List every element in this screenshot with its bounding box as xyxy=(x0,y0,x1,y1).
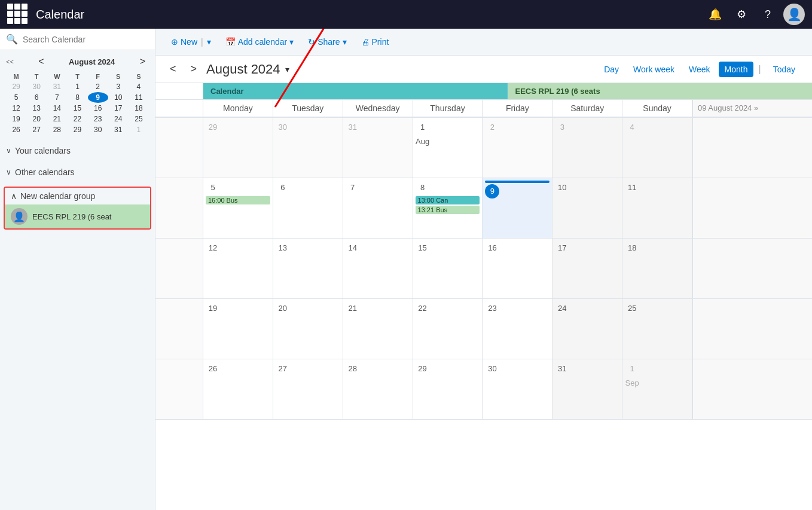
day-num[interactable]: 30 xyxy=(276,120,290,135)
day-num[interactable]: 17 xyxy=(555,241,569,255)
mini-cal-day[interactable]: 8 xyxy=(67,92,87,103)
mini-cal-next-btn[interactable]: > xyxy=(136,55,149,68)
day-num[interactable]: 26 xyxy=(206,362,220,376)
mini-cal-day[interactable]: 19 xyxy=(6,114,26,124)
day-num[interactable]: 11 xyxy=(625,181,639,195)
day-cell-mon-w3[interactable]: 12 xyxy=(203,239,273,298)
day-cell-wed-w5[interactable]: 28 xyxy=(343,359,413,419)
other-calendars-header[interactable]: ∨ Other calendars xyxy=(6,165,149,179)
mini-cal-day[interactable]: 7 xyxy=(47,92,67,103)
day-num-today[interactable]: 9 xyxy=(485,184,499,198)
settings-button[interactable]: ⚙ xyxy=(731,4,752,25)
day-cell-sun-w5[interactable]: 1 Sep xyxy=(622,359,692,419)
day-cell-sat-w5[interactable]: 31 xyxy=(552,359,622,419)
cal-month-title[interactable]: August 2024 xyxy=(206,62,280,77)
mini-cal-day[interactable]: 12 xyxy=(6,103,26,114)
day-cell-thu-w2[interactable]: 8 13:00 Can 13:21 Bus xyxy=(413,178,483,238)
notifications-button[interactable]: 🔔 xyxy=(704,4,726,25)
mini-cal-day[interactable]: 20 xyxy=(26,114,47,124)
add-calendar-button[interactable]: 📅 Add calendar ▾ xyxy=(219,33,300,50)
day-cell-mon-w1[interactable]: 29 xyxy=(203,118,273,178)
share-button[interactable]: ↻ Share ▾ xyxy=(302,33,352,50)
day-cell-mon-w2[interactable]: 5 16:00 Bus xyxy=(203,178,273,238)
day-num[interactable]: 25 xyxy=(625,301,639,316)
day-num[interactable]: 15 xyxy=(416,241,430,255)
day-cell-sat-w2[interactable]: 10 xyxy=(552,178,622,238)
mini-cal-day[interactable]: 29 xyxy=(6,81,26,92)
day-cell-fri-w1[interactable]: 2 xyxy=(483,118,552,178)
print-button[interactable]: 🖨 Print xyxy=(355,33,395,50)
cal-prev-btn[interactable]: < xyxy=(165,60,181,78)
mini-cal-day[interactable]: 30 xyxy=(88,124,108,135)
day-cell-mon-w4[interactable]: 19 xyxy=(203,299,273,359)
mini-cal-day[interactable]: 10 xyxy=(108,92,129,103)
mini-cal-day[interactable]: 16 xyxy=(88,103,108,114)
mini-cal-prev-btn[interactable]: < xyxy=(35,55,47,68)
event-bus-mon[interactable]: 16:00 Bus xyxy=(206,196,270,204)
day-num[interactable]: 4 xyxy=(625,120,639,135)
day-cell-wed-w4[interactable]: 21 xyxy=(343,299,413,359)
day-num[interactable]: 6 xyxy=(276,181,290,195)
mini-cal-day[interactable]: 9 xyxy=(88,92,108,103)
mini-cal-day[interactable]: 14 xyxy=(47,103,67,114)
your-calendars-header[interactable]: ∨ Your calendars xyxy=(6,143,149,158)
mini-cal-day[interactable]: 15 xyxy=(67,103,87,114)
day-cell-sun-w4[interactable]: 25 xyxy=(622,299,692,359)
day-num[interactable]: 27 xyxy=(276,362,290,376)
day-cell-tue-w5[interactable]: 27 xyxy=(273,359,343,419)
mini-cal-title[interactable]: August 2024 xyxy=(69,57,115,66)
cal-next-btn[interactable]: > xyxy=(186,60,202,78)
calendar-tab[interactable]: Calendar xyxy=(203,83,508,99)
mini-cal-day[interactable]: 1 xyxy=(67,81,87,92)
mini-cal-day[interactable]: 13 xyxy=(26,103,47,114)
avatar[interactable]: 👤 xyxy=(783,4,805,25)
day-num[interactable]: 29 xyxy=(206,120,220,135)
mini-cal-day[interactable]: 11 xyxy=(129,92,149,103)
day-num[interactable]: 29 xyxy=(416,362,430,376)
today-btn[interactable]: Today xyxy=(766,62,802,77)
room-tab[interactable]: EECS RPL 219 (6 seats xyxy=(508,83,813,99)
day-cell-sat-w1[interactable]: 3 xyxy=(552,118,622,178)
view-week-btn[interactable]: Week xyxy=(683,62,716,77)
day-num[interactable]: 2 xyxy=(485,120,499,135)
mini-cal-day[interactable]: 17 xyxy=(108,103,129,114)
day-num[interactable]: 18 xyxy=(625,241,639,255)
day-num[interactable]: 16 xyxy=(485,241,499,255)
day-num[interactable]: 1 Aug xyxy=(416,120,430,135)
view-month-btn[interactable]: Month xyxy=(719,62,754,77)
day-num[interactable]: 21 xyxy=(346,301,360,316)
day-num[interactable]: 31 xyxy=(346,120,360,135)
day-cell-tue-w2[interactable]: 6 xyxy=(273,178,343,238)
day-cell-thu-w4[interactable]: 22 xyxy=(413,299,483,359)
mini-cal-day[interactable]: 21 xyxy=(47,114,67,124)
day-num[interactable]: 7 xyxy=(346,181,360,195)
day-num[interactable]: 28 xyxy=(346,362,360,376)
new-button[interactable]: ⊕ New | ▾ xyxy=(165,33,217,50)
help-button[interactable]: ? xyxy=(757,4,779,25)
day-cell-tue-w4[interactable]: 20 xyxy=(273,299,343,359)
cal-month-caret[interactable]: ▾ xyxy=(285,65,289,74)
day-cell-sun-w1[interactable]: 4 xyxy=(622,118,692,178)
view-workweek-btn[interactable]: Work week xyxy=(627,62,680,77)
day-num[interactable]: 5 xyxy=(206,181,220,195)
mini-cal-day[interactable]: 18 xyxy=(129,103,149,114)
day-cell-wed-w1[interactable]: 31 xyxy=(343,118,413,178)
day-num[interactable]: 19 xyxy=(206,301,220,316)
mini-cal-day[interactable]: 3 xyxy=(108,81,129,92)
day-cell-thu-w1[interactable]: 1 Aug xyxy=(413,118,483,178)
mini-cal-day[interactable]: 23 xyxy=(88,114,108,124)
day-cell-fri-w5[interactable]: 30 xyxy=(483,359,552,419)
mini-cal-day[interactable]: 24 xyxy=(108,114,129,124)
mini-cal-day[interactable]: 1 xyxy=(129,124,149,135)
mini-cal-day[interactable]: 25 xyxy=(129,114,149,124)
mini-cal-day[interactable]: 5 xyxy=(6,92,26,103)
day-num[interactable]: 22 xyxy=(416,301,430,316)
event-bus-thu[interactable]: 13:21 Bus xyxy=(416,206,480,214)
mini-cal-day[interactable]: 28 xyxy=(47,124,67,135)
mini-cal-day[interactable]: 31 xyxy=(47,81,67,92)
mini-cal-day[interactable]: 30 xyxy=(26,81,47,92)
day-num[interactable]: 1 Sep xyxy=(625,362,639,376)
day-num[interactable]: 23 xyxy=(485,301,499,316)
mini-cal-day[interactable]: 31 xyxy=(108,124,129,135)
day-cell-fri-w2[interactable]: 9 xyxy=(483,178,552,238)
